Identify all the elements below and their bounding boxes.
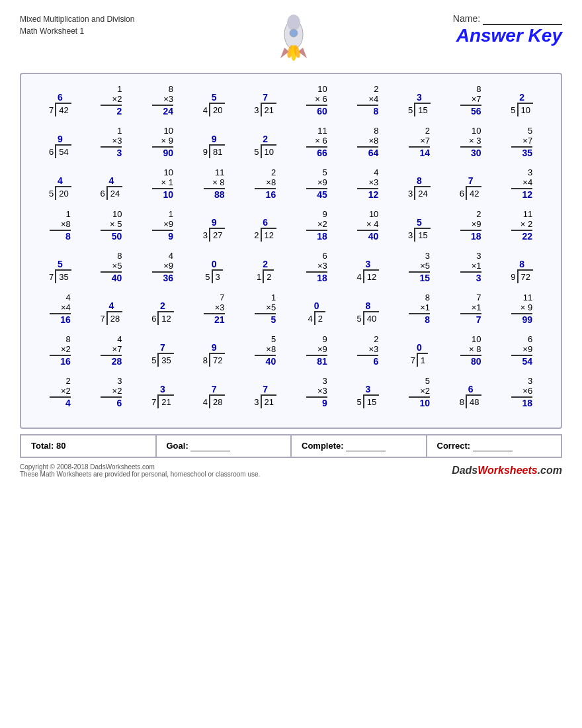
problem-row-4: 57358×5404×9360532126×31834123×5153×1389…: [34, 251, 548, 283]
problem-1-5: 11× 666: [292, 126, 342, 158]
worksheet-border: 67421×228×3245420732110× 6602×4835158×75…: [20, 73, 562, 429]
mult-result: 88: [214, 189, 225, 200]
division-wrapper: 9872: [203, 342, 226, 367]
problem-0-8: 8×756: [446, 84, 496, 116]
quotient: 7: [254, 384, 276, 394]
divisor: 3: [254, 103, 260, 116]
dividend: 1: [417, 353, 428, 367]
mult-wrapper: 10× 990: [152, 126, 173, 158]
quotient: 4: [101, 300, 123, 311]
problem-6-6: 2×36: [343, 334, 393, 367]
mult-bottom: ×7: [101, 344, 122, 356]
mult-wrapper: 3×13: [460, 251, 481, 283]
mult-bottom: × 9: [152, 136, 173, 148]
division-wrapper: 071: [411, 342, 428, 367]
mult-bottom: ×2: [409, 386, 430, 398]
problem-5-1: 4728: [86, 300, 136, 325]
division-body: 515: [408, 103, 431, 116]
mult-wrapper: 5×945: [306, 167, 327, 200]
mult-result: 8: [425, 314, 430, 325]
mult-bottom: ×2: [101, 94, 122, 106]
problem-7-0: 2×24: [35, 376, 85, 408]
problem-row-1: 96541×3310× 9909981251011× 6668×8642×714…: [34, 126, 548, 158]
mult-result: 12: [368, 189, 379, 200]
dividend: 20: [55, 186, 71, 200]
division-wrapper: 2510: [254, 134, 276, 158]
mult-bottom: × 6: [306, 94, 327, 106]
division-body: 71: [411, 353, 428, 367]
quotient: 6: [460, 384, 482, 394]
problem-2-0: 4520: [35, 175, 85, 200]
problem-7-6: 3515: [343, 384, 393, 408]
division-body: 848: [460, 394, 482, 408]
mult-wrapper: 8×18: [409, 293, 430, 325]
division-wrapper: 4728: [101, 300, 123, 325]
mult-result: 9: [168, 231, 173, 242]
complete-underline: [346, 441, 386, 451]
dividend: 15: [414, 103, 430, 116]
dividend: 15: [363, 394, 379, 408]
dividend: 72: [517, 269, 533, 283]
division-wrapper: 2510: [511, 92, 533, 116]
mult-wrapper: 2×816: [255, 167, 276, 200]
mult-wrapper: 8×216: [50, 334, 71, 367]
divisor: 6: [151, 311, 157, 325]
svg-point-1: [287, 15, 300, 30]
problem-2-4: 2×816: [240, 167, 290, 200]
divisor: 5: [357, 311, 363, 325]
mult-bottom: ×3: [306, 386, 327, 398]
mult-top: 9: [323, 334, 327, 344]
mult-top: 8: [425, 293, 430, 302]
mult-bottom: × 9: [511, 302, 532, 314]
mult-wrapper: 1×33: [101, 126, 122, 158]
division-wrapper: 7535: [151, 342, 174, 367]
problem-0-5: 10× 660: [292, 84, 342, 116]
mult-top: 8: [476, 84, 481, 94]
division-wrapper: 8972: [511, 259, 533, 283]
mult-bottom: ×3: [357, 177, 378, 189]
mult-result: 24: [163, 106, 173, 116]
mult-wrapper: 8×864: [357, 126, 378, 158]
total-cell: Total: 80: [21, 435, 157, 457]
mult-bottom: ×8: [255, 177, 276, 189]
mult-result: 18: [317, 273, 327, 283]
quotient: 2: [254, 134, 276, 144]
mult-bottom: ×2: [101, 386, 122, 398]
mult-bottom: × 8: [460, 344, 481, 356]
dividend: 42: [55, 103, 71, 116]
problem-3-4: 6212: [240, 217, 290, 242]
mult-wrapper: 7×17: [460, 293, 481, 325]
answer-key-text: Answer Key: [453, 25, 562, 46]
problem-2-3: 11× 888: [189, 167, 239, 200]
complete-cell: Complete:: [292, 435, 427, 457]
mult-result: 22: [522, 231, 533, 242]
mult-wrapper: 1×88: [50, 209, 71, 242]
divisor: 7: [49, 103, 55, 116]
quotient: 3: [151, 384, 174, 394]
stats-bar: Total: 80 Goal: Complete: Correct:: [20, 434, 562, 458]
problem-6-5: 9×981: [292, 334, 342, 367]
mult-bottom: ×7: [409, 136, 430, 148]
division-wrapper: 9981: [203, 134, 226, 158]
copyright-text: Copyright © 2008-2018 DadsWorksheets.com…: [20, 463, 260, 478]
problem-3-0: 1×88: [35, 209, 85, 242]
mult-result: 8: [65, 231, 71, 242]
brand-logo: DadsWorksheets.com: [452, 465, 562, 477]
mult-result: 16: [266, 189, 276, 200]
mult-wrapper: 10× 660: [306, 84, 327, 116]
problem-7-5: 3×39: [292, 376, 342, 408]
problem-4-5: 6×318: [292, 251, 342, 283]
problems-container: 67421×228×3245420732110× 6602×4835158×75…: [34, 84, 548, 408]
divisor: 5: [151, 353, 157, 367]
mult-top: 2: [271, 167, 276, 177]
mult-result: 10: [163, 189, 173, 200]
dividend: 40: [363, 311, 379, 325]
mult-wrapper: 4×728: [101, 334, 122, 367]
mult-top: 2: [374, 84, 378, 94]
dividend: 21: [261, 103, 276, 116]
problem-0-9: 2510: [497, 92, 547, 116]
problem-1-9: 5×735: [497, 126, 547, 158]
division-body: 321: [254, 103, 276, 116]
division-wrapper: 3515: [408, 92, 431, 116]
mult-wrapper: 10× 440: [357, 209, 378, 242]
